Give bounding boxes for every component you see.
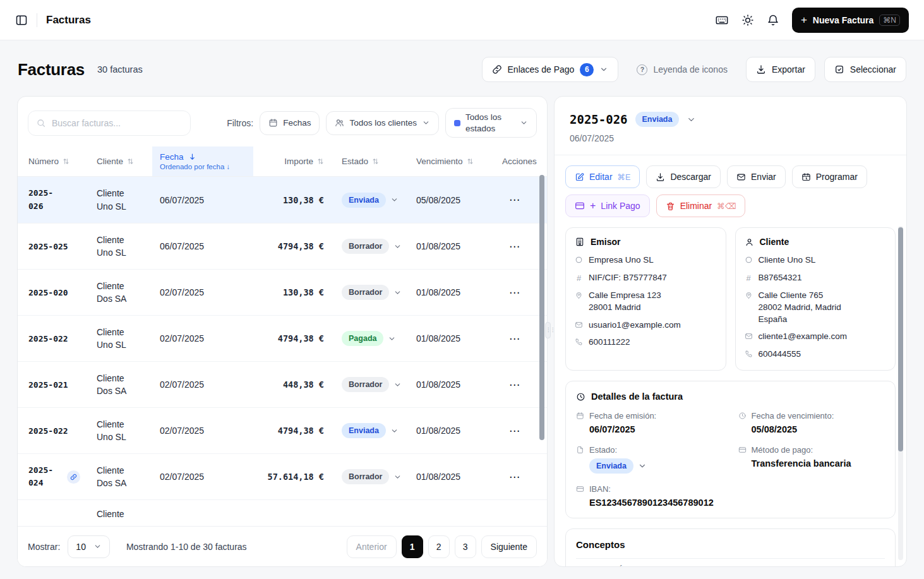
page-button-3[interactable]: 3 (455, 535, 476, 558)
link-icon (70, 474, 77, 481)
detail-status-value-badge[interactable]: Enviada (589, 458, 633, 474)
payment-links-button[interactable]: Enlaces de Pago 6 (482, 57, 619, 82)
issue-date-value: 06/07/2025 (589, 424, 723, 434)
status-badge[interactable]: Borrador (342, 377, 389, 392)
table-row[interactable]: 2025-026 Cliente Uno SL 06/07/2025 130,3… (18, 177, 547, 223)
table-row[interactable]: 2025-022 Cliente Uno SL 02/07/2025 4794,… (18, 315, 547, 361)
row-actions-button[interactable]: ⋯ (505, 282, 525, 302)
issue-date-field: Fecha de emisión: 06/07/2025 (576, 411, 723, 434)
schedule-button[interactable]: Programar (792, 165, 867, 188)
status-badge[interactable]: Pagada (342, 331, 383, 346)
page-size-select[interactable]: 10 (68, 535, 110, 558)
plus-icon: + (801, 15, 807, 25)
status-cell[interactable]: Borrador (334, 285, 411, 300)
status-cell[interactable]: Pagada (334, 331, 411, 346)
search-input[interactable] (52, 118, 183, 128)
client-filter-button[interactable]: Todos los clientes (326, 111, 439, 135)
table-row[interactable]: 2025-024 Cliente Dos SA 02/07/2025 57.61… (18, 453, 547, 499)
table-scrollbar-thumb[interactable] (539, 175, 544, 440)
panel-resize-handle[interactable]: ⋮⋮ (545, 322, 551, 338)
table-row[interactable]: 2025-022 Cliente Uno SL 02/07/2025 4794,… (18, 407, 547, 453)
icon-legend-button[interactable]: ? Leyenda de iconos (627, 57, 737, 82)
detail-scrollbar[interactable] (898, 226, 903, 560)
due-date-cell: 01/08/2025 (411, 426, 497, 436)
page-button-2[interactable]: 2 (428, 535, 450, 558)
status-dot-icon (454, 120, 460, 126)
status-cell[interactable]: Enviada (334, 423, 411, 438)
notifications-button[interactable] (767, 14, 779, 27)
export-button[interactable]: Exportar (746, 57, 815, 82)
table-row[interactable]: 2025-021 Cliente Dos SA 02/07/2025 448,3… (18, 361, 547, 407)
select-mode-button[interactable]: Seleccionar (824, 57, 906, 82)
client-title: Cliente (760, 237, 789, 247)
send-button[interactable]: Enviar (727, 165, 786, 188)
chevron-down-icon (393, 381, 402, 389)
column-header-importe[interactable]: Importe (253, 146, 334, 176)
row-actions-button[interactable]: ⋯ (505, 421, 525, 441)
credit-card-icon (575, 201, 585, 211)
client-name: Cliente Uno SL (759, 254, 816, 266)
status-cell[interactable]: Borrador (334, 377, 411, 392)
status-badge[interactable]: Borrador (342, 285, 389, 300)
column-header-cliente[interactable]: Cliente (97, 146, 152, 176)
table-header: Número Cliente Fecha Ordenado por fecha … (18, 146, 547, 177)
table-row[interactable]: 2025-025 Cliente Uno SL 06/07/2025 4794,… (18, 223, 547, 269)
date-cell: 06/07/2025 (152, 195, 253, 205)
status-badge[interactable]: Borrador (342, 469, 389, 484)
sun-icon (741, 14, 754, 27)
amount-cell: 57.614,18 € (253, 472, 334, 482)
chevron-down-icon (520, 119, 528, 127)
client-cell: Cliente (97, 508, 142, 520)
table-row[interactable]: Cliente (18, 499, 547, 523)
detail-status-badge[interactable]: Enviada (635, 112, 680, 127)
new-invoice-button[interactable]: + Nueva Factura ⌘N (792, 8, 909, 33)
status-badge[interactable]: Borrador (342, 239, 389, 254)
table-scrollbar[interactable] (539, 175, 544, 521)
table-row[interactable]: 2025-020 Cliente Dos SA 02/07/2025 130,3… (18, 269, 547, 315)
client-tax-id: B87654321 (759, 272, 802, 284)
column-header-numero[interactable]: Número (28, 146, 97, 176)
person-icon (745, 237, 754, 247)
column-header-estado[interactable]: Estado (334, 146, 411, 176)
sidebar-toggle-button[interactable] (15, 14, 28, 27)
next-page-button[interactable]: Siguiente (481, 535, 537, 558)
column-header-fecha[interactable]: Fecha Ordenado por fecha ↓ (152, 146, 253, 176)
list-footer: Mostrar: 10 Mostrando 1-10 de 30 factura… (18, 526, 547, 566)
payment-links-label: Enlaces de Pago (508, 64, 575, 75)
status-cell[interactable]: Borrador (334, 239, 411, 254)
row-actions-button[interactable]: ⋯ (505, 374, 525, 395)
parties-section: Emisor Empresa Uno SL #NIF/CIF: B7577784… (555, 226, 906, 371)
theme-toggle-button[interactable] (741, 14, 754, 27)
invoice-detail-panel: 2025-026 Enviada 06/07/2025 Editar ⌘E De… (554, 96, 907, 567)
payment-link-button[interactable]: + Link Pago (565, 194, 650, 217)
row-actions-button[interactable]: ⋯ (505, 467, 525, 487)
column-header-vencimiento[interactable]: Vencimiento (411, 146, 497, 176)
issuer-tax-id: NIF/CIF: B75777847 (589, 272, 667, 284)
invoice-number-cell: 2025-020 (28, 288, 97, 297)
status-filter-button[interactable]: Todos los estados (445, 108, 537, 138)
client-filter-label: Todos los clientes (349, 118, 417, 128)
row-actions-button[interactable]: ⋯ (505, 190, 525, 210)
status-cell[interactable]: Borrador (334, 469, 411, 484)
page-button-1[interactable]: 1 (402, 535, 423, 558)
chevron-down-icon[interactable] (687, 115, 696, 124)
row-actions-button[interactable]: ⋯ (505, 236, 525, 256)
client-cell: Cliente Uno SL (97, 234, 142, 260)
sort-note: Ordenado por fecha ↓ (160, 163, 230, 170)
date-cell: 02/07/2025 (152, 426, 253, 436)
edit-button[interactable]: Editar ⌘E (565, 165, 640, 188)
keyboard-shortcuts-button[interactable] (715, 13, 729, 27)
status-badge[interactable]: Enviada (342, 423, 386, 438)
chevron-down-icon[interactable] (638, 462, 647, 470)
date-filter-button[interactable]: Fechas (260, 111, 320, 135)
search-box[interactable] (28, 110, 191, 136)
prev-page-button[interactable]: Anterior (347, 535, 397, 558)
payment-link-indicator[interactable] (67, 470, 80, 484)
download-button[interactable]: Descargar (646, 165, 721, 188)
detail-scrollbar-thumb[interactable] (898, 227, 903, 451)
status-badge[interactable]: Enviada (342, 193, 386, 208)
due-date-cell: 05/08/2025 (411, 195, 497, 205)
status-cell[interactable]: Enviada (334, 193, 411, 208)
row-actions-button[interactable]: ⋯ (505, 328, 525, 349)
delete-button[interactable]: Eliminar ⌘⌫ (656, 194, 746, 217)
